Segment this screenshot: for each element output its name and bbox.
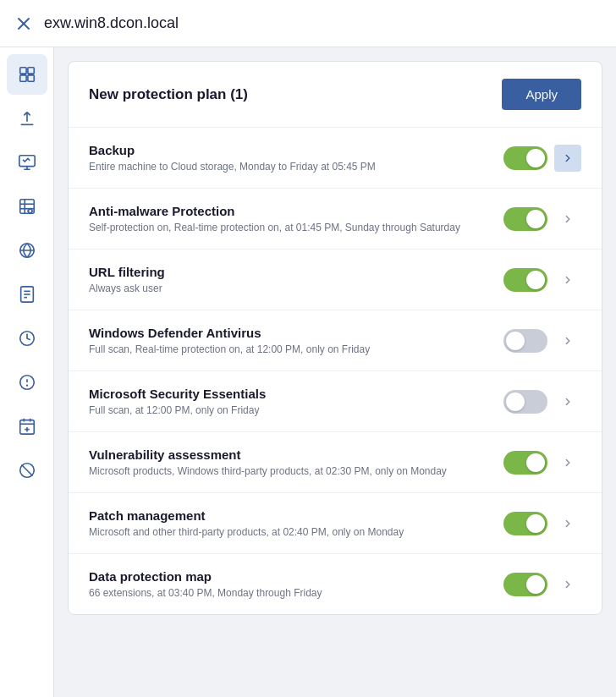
item-desc-ms-security-essentials: Full scan, at 12:00 PM, only on Friday (89, 404, 503, 416)
item-name-url-filtering: URL filtering (89, 265, 503, 279)
window-title: exw.win8.dcon.local (44, 14, 179, 32)
chevron-btn-url-filtering[interactable] (554, 266, 581, 294)
item-controls-vulnerability-assessment (503, 449, 581, 476)
sidebar-item-alert[interactable] (7, 362, 47, 403)
item-info-url-filtering: URL filtering Always ask user (89, 265, 503, 294)
sidebar-item-dashboard[interactable] (7, 54, 47, 95)
item-controls-backup (503, 145, 581, 172)
item-info-ms-security-essentials: Microsoft Security Essentials Full scan,… (89, 387, 503, 416)
toggle-patch-management[interactable] (503, 512, 547, 535)
content-area: New protection plan (1) Apply Backup Ent… (54, 47, 616, 697)
item-name-backup: Backup (89, 143, 503, 157)
item-name-anti-malware: Anti-malware Protection (89, 204, 503, 218)
protection-item-patch-management: Patch management Microsoft and other thi… (69, 493, 602, 554)
chevron-btn-vulnerability-assessment[interactable] (554, 449, 581, 476)
sidebar-item-table-settings[interactable] (7, 186, 47, 227)
toggle-vulnerability-assessment[interactable] (503, 451, 547, 475)
item-info-windows-defender: Windows Defender Antivirus Full scan, Re… (89, 326, 503, 355)
protection-item-url-filtering: URL filtering Always ask user (69, 250, 602, 310)
protection-item-ms-security-essentials: Microsoft Security Essentials Full scan,… (69, 371, 602, 432)
svg-rect-2 (19, 68, 25, 74)
item-info-vulnerability-assessment: Vulnerability assessment Microsoft produ… (89, 447, 503, 477)
toggle-anti-malware[interactable] (503, 207, 547, 231)
item-desc-windows-defender: Full scan, Real-time protection on, at 1… (89, 343, 503, 355)
protection-item-vulnerability-assessment: Vulnerability assessment Microsoft produ… (69, 432, 602, 493)
item-desc-patch-management: Microsoft and other third-party products… (89, 526, 503, 538)
chevron-btn-backup[interactable] (554, 145, 581, 172)
svg-rect-6 (19, 156, 34, 167)
item-controls-url-filtering (503, 266, 581, 294)
toggle-data-protection-map[interactable] (503, 573, 547, 596)
svg-rect-3 (27, 68, 33, 74)
item-name-patch-management: Patch management (89, 508, 503, 523)
chevron-btn-ms-security-essentials[interactable] (554, 388, 581, 415)
item-info-data-protection-map: Data protection map 66 extensions, at 03… (89, 569, 503, 599)
sidebar-item-calendar-add[interactable] (7, 406, 47, 447)
item-controls-data-protection-map (503, 571, 581, 598)
sidebar-item-blocked[interactable] (7, 450, 47, 491)
item-desc-data-protection-map: 66 extensions, at 03:40 PM, Monday throu… (89, 587, 503, 599)
toggle-url-filtering[interactable] (503, 268, 547, 292)
panel-title: New protection plan (1) (89, 86, 248, 103)
main-layout: New protection plan (1) Apply Backup Ent… (0, 47, 616, 697)
sidebar-item-report[interactable] (7, 274, 47, 315)
sidebar-item-network[interactable] (7, 230, 47, 271)
item-name-windows-defender: Windows Defender Antivirus (89, 326, 503, 340)
item-info-backup: Backup Entire machine to Cloud storage, … (89, 143, 503, 173)
chevron-btn-anti-malware[interactable] (554, 206, 581, 233)
toggle-ms-security-essentials[interactable] (503, 390, 547, 414)
item-info-anti-malware: Anti-malware Protection Self-protection … (89, 204, 503, 233)
item-desc-url-filtering: Always ask user (89, 283, 503, 294)
protection-item-anti-malware: Anti-malware Protection Self-protection … (69, 189, 602, 250)
protection-item-windows-defender: Windows Defender Antivirus Full scan, Re… (69, 310, 602, 371)
item-controls-patch-management (503, 510, 581, 537)
apply-button[interactable]: Apply (502, 79, 581, 110)
protection-item-backup: Backup Entire machine to Cloud storage, … (69, 128, 602, 189)
protection-item-data-protection-map: Data protection map 66 extensions, at 03… (69, 554, 602, 614)
sidebar-item-monitor[interactable] (7, 142, 47, 183)
item-desc-backup: Entire machine to Cloud storage, Monday … (89, 161, 503, 173)
item-name-ms-security-essentials: Microsoft Security Essentials (89, 387, 503, 401)
close-button[interactable] (14, 14, 34, 34)
item-controls-ms-security-essentials (503, 388, 581, 415)
chevron-btn-data-protection-map[interactable] (554, 571, 581, 598)
item-controls-windows-defender (503, 327, 581, 354)
title-bar: exw.win8.dcon.local (0, 0, 616, 47)
protection-panel: New protection plan (1) Apply Backup Ent… (68, 61, 602, 615)
svg-rect-5 (27, 75, 33, 81)
protection-items-list: Backup Entire machine to Cloud storage, … (69, 128, 602, 614)
toggle-windows-defender[interactable] (503, 329, 547, 353)
chevron-btn-windows-defender[interactable] (554, 327, 581, 354)
item-info-patch-management: Patch management Microsoft and other thi… (89, 508, 503, 538)
item-name-data-protection-map: Data protection map (89, 569, 503, 584)
toggle-backup[interactable] (503, 146, 547, 170)
main-window: exw.win8.dcon.local (0, 0, 616, 697)
svg-rect-4 (19, 75, 25, 81)
item-controls-anti-malware (503, 206, 581, 233)
item-desc-vulnerability-assessment: Microsoft products, Windows third-party … (89, 465, 503, 477)
item-name-vulnerability-assessment: Vulnerability assessment (89, 447, 503, 462)
sidebar-item-upload[interactable] (7, 98, 47, 139)
svg-line-32 (21, 465, 32, 476)
item-desc-anti-malware: Self-protection on, Real-time protection… (89, 222, 503, 233)
panel-header: New protection plan (1) Apply (69, 62, 602, 128)
sidebar-item-clock[interactable] (7, 318, 47, 359)
chevron-btn-patch-management[interactable] (554, 510, 581, 537)
sidebar (0, 47, 54, 697)
svg-point-11 (28, 209, 32, 213)
